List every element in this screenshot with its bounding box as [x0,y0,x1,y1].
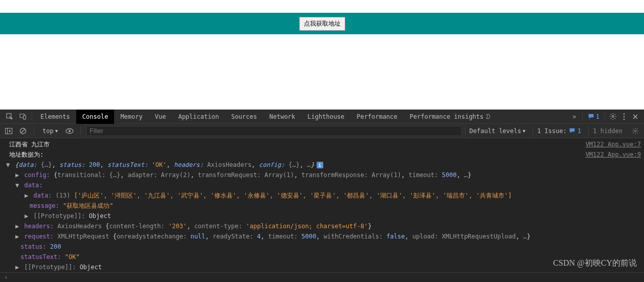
issues-link[interactable]: 1 Issue: 1 [532,126,585,136]
expand-toggle-icon[interactable]: ▼ [6,160,11,170]
context-label: top [42,127,54,135]
tab-vue[interactable]: Vue [149,110,172,124]
separator [605,112,605,121]
log-message: 地址数据为: VM122 App.vue:9 [0,149,644,160]
svg-point-13 [634,130,636,132]
svg-point-4 [624,113,625,115]
tab-console[interactable]: Console [76,110,115,124]
log-text: 江西省 九江市 [9,139,586,149]
expand-toggle-icon[interactable]: ▶ [25,190,30,201]
object-property[interactable]: ▶ data: (13) ['庐山区', '浔阳区', '九江县', '武宁县'… [0,190,644,201]
issues-label: 1 Issue: [537,127,567,135]
svg-point-5 [624,116,625,117]
clear-console-icon[interactable] [17,125,29,137]
messages-count: 1 [596,113,599,120]
expand-toggle-icon[interactable]: ▶ [15,262,20,272]
live-expression-icon[interactable] [64,125,75,137]
separator [32,112,32,121]
filter-input[interactable] [86,126,461,136]
messages-badge[interactable]: 1 [585,113,603,120]
tab-memory[interactable]: Memory [114,110,148,124]
devtools-panel: Elements Console Memory Vue Application … [0,110,644,282]
log-message: 江西省 九江市 VM122 App.vue:7 [0,139,644,149]
expand-toggle-icon[interactable]: ▼ [15,180,20,190]
expand-toggle-icon[interactable]: ▶ [15,231,20,242]
separator [582,112,583,121]
separator [80,126,81,136]
tab-network[interactable]: Network [263,110,301,124]
kebab-icon[interactable] [618,113,630,120]
hidden-count[interactable]: 1 hidden [588,126,627,136]
close-icon[interactable] [630,114,641,120]
tab-lighthouse[interactable]: Lighthouse [301,110,350,124]
more-tabs-icon[interactable]: » [569,113,580,120]
object-property[interactable]: ▶ [[Prototype]]: Object [0,262,644,272]
object-property[interactable]: ▶ config: {transitional: {…}, adapter: A… [0,170,644,180]
object-property: message: "获取地区县成功" [0,201,644,211]
devtools-tabs: Elements Console Memory Vue Application … [0,110,644,124]
object-property[interactable]: ▶ request: XMLHttpRequest {onreadystatec… [0,231,644,242]
object-property: status: 200 [0,242,644,252]
levels-label: Default levels [470,127,521,135]
separator [34,126,34,136]
chevron-down-icon: ▼ [55,128,58,134]
source-link[interactable]: VM122 App.vue:9 [586,149,641,160]
object-property[interactable]: ▶ [[Prototype]]: Object [0,211,644,221]
svg-point-6 [624,118,625,120]
svg-line-10 [21,129,25,133]
tab-sources[interactable]: Sources [225,110,263,124]
message-icon [569,127,575,134]
device-toggle-icon[interactable] [16,110,30,124]
svg-point-3 [612,116,614,118]
object-summary[interactable]: ▼ {data: {…}, status: 200, statusText: '… [0,160,644,170]
console-prompt[interactable]: › [0,272,644,282]
expand-toggle-icon[interactable]: ▶ [25,211,30,221]
svg-rect-2 [24,115,26,119]
tab-elements[interactable]: Elements [34,110,76,124]
log-levels-selector[interactable]: Default levels ▼ [465,126,530,136]
log-text: 地址数据为: [9,149,586,160]
tab-performance-insights[interactable]: Performance insights [404,110,498,124]
object-property: statusText: "OK" [0,252,644,262]
tab-application[interactable]: Application [172,110,225,124]
inspect-icon[interactable] [3,110,16,124]
settings-icon[interactable] [607,113,618,120]
tab-label: Performance insights [410,113,484,120]
console-output: 江西省 九江市 VM122 App.vue:7 地址数据为: VM122 App… [0,138,644,272]
info-icon[interactable]: i [317,162,323,168]
console-toolbar: top ▼ Default levels ▼ 1 Issue: 1 1 hidd… [0,124,644,138]
expand-toggle-icon[interactable]: ▶ [15,221,20,231]
context-selector[interactable]: top ▼ [39,127,61,135]
source-link[interactable]: VM122 App.vue:7 [586,139,641,149]
object-property[interactable]: ▶ headers: AxiosHeaders {content-length:… [0,221,644,231]
sidebar-toggle-icon[interactable] [3,125,14,137]
expand-toggle-icon[interactable]: ▶ [15,170,20,180]
message-icon [588,113,594,120]
issues-count: 1 [578,127,581,135]
get-address-button[interactable]: 点我获取地址 [299,17,345,31]
app-header-bar: 点我获取地址 [0,13,644,34]
svg-point-12 [69,130,71,132]
object-property[interactable]: ▼ data: [0,180,644,190]
chevron-down-icon: ▼ [523,128,525,134]
console-settings-icon[interactable] [630,125,641,137]
tab-performance[interactable]: Performance [350,110,403,124]
